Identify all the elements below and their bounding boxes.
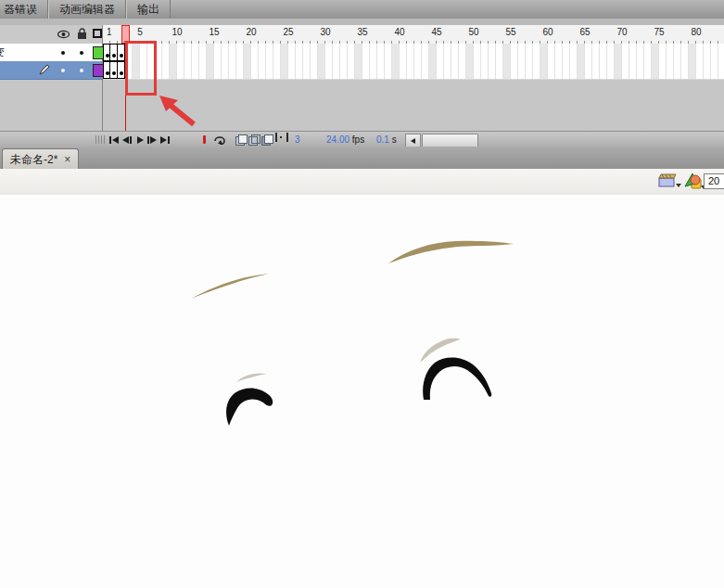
zoom-level-input[interactable]: 20 [704, 173, 724, 189]
frame-cell[interactable] [511, 61, 518, 79]
layer-name[interactable]: 变 [0, 45, 5, 59]
frame-cell[interactable] [444, 61, 451, 79]
frame-cell[interactable] [236, 44, 244, 61]
frame-cell[interactable] [629, 44, 637, 61]
frame-cell[interactable] [466, 61, 474, 79]
frame-cell[interactable] [244, 61, 251, 79]
frame-cell[interactable] [222, 44, 229, 61]
frame-cell[interactable] [325, 44, 333, 61]
frame-cell[interactable] [392, 61, 400, 79]
frame-cell[interactable] [251, 61, 259, 79]
frame-cell[interactable] [370, 44, 377, 61]
frame-cell[interactable] [659, 61, 667, 79]
frame-cell[interactable] [281, 61, 288, 79]
frame-cell[interactable] [340, 44, 348, 61]
frame-cell[interactable] [266, 44, 273, 61]
frame-cell[interactable] [318, 44, 325, 61]
frame-cell[interactable] [459, 61, 466, 79]
frame-cell[interactable] [592, 61, 600, 79]
frame-cell[interactable] [303, 44, 311, 61]
frame-cell[interactable] [533, 61, 540, 79]
frame-rate-value[interactable]: 24.00 [326, 134, 349, 145]
loop-playback-button[interactable] [212, 134, 227, 146]
frame-cell[interactable] [548, 44, 555, 61]
frame-cell[interactable] [481, 44, 489, 61]
frame-cell[interactable] [511, 44, 518, 61]
frame-cell[interactable] [288, 61, 296, 79]
lock-all-layers-icon[interactable] [77, 28, 87, 40]
layer-row[interactable] [0, 61, 102, 80]
frame-cell[interactable] [481, 61, 489, 79]
frame-cell[interactable] [563, 44, 570, 61]
step-back-button[interactable] [121, 134, 133, 146]
play-button[interactable] [134, 134, 146, 146]
frame-cell[interactable] [600, 44, 607, 61]
frame-cell[interactable] [259, 44, 266, 61]
onion-skin-button[interactable] [235, 134, 246, 145]
elapsed-time-value[interactable]: 0.1 [376, 134, 389, 145]
frame-cell[interactable] [496, 44, 503, 61]
frame-cell[interactable] [348, 44, 355, 61]
frame-cell[interactable] [518, 61, 526, 79]
left-eyebrow-shape[interactable] [191, 274, 269, 299]
timeline-scrollbar-thumb[interactable] [422, 134, 478, 147]
edit-multiple-frames-button[interactable] [261, 134, 272, 145]
frame-cell[interactable] [184, 61, 192, 79]
frame-cell[interactable] [578, 61, 585, 79]
frame-cell[interactable] [244, 44, 251, 61]
frame-cell[interactable] [474, 44, 481, 61]
frame-cell[interactable] [659, 44, 667, 61]
frame-cell[interactable] [637, 44, 644, 61]
layer-lock-dot[interactable] [80, 51, 83, 55]
frame-cell[interactable] [540, 44, 548, 61]
frame-cell[interactable] [184, 44, 192, 61]
frame-cell[interactable] [689, 44, 696, 61]
frame-cell[interactable] [273, 44, 281, 61]
frame-cell[interactable] [459, 44, 466, 61]
stage-canvas[interactable] [0, 195, 724, 588]
frame-cell[interactable] [489, 61, 496, 79]
keyframe-cell[interactable] [118, 61, 125, 79]
frame-cell[interactable] [407, 44, 414, 61]
frame-cell[interactable] [667, 61, 674, 79]
frame-cell[interactable] [288, 44, 296, 61]
onion-skin-outlines-button[interactable] [248, 134, 259, 145]
current-frame-field[interactable]: 3 [295, 134, 300, 145]
frame-cell[interactable] [199, 44, 207, 61]
layer-lock-dot[interactable] [80, 69, 83, 72]
left-eyelid-crease-shape[interactable] [236, 373, 267, 382]
frame-cell[interactable] [422, 61, 429, 79]
outline-all-layers-icon[interactable] [93, 29, 102, 38]
frame-cell[interactable] [585, 61, 592, 79]
frame-cell[interactable] [400, 61, 407, 79]
elapsed-time-field[interactable]: 0.1 s [376, 134, 397, 145]
frame-cell[interactable] [429, 44, 437, 61]
edit-scene-caret-icon[interactable] [676, 184, 681, 187]
frame-cell[interactable] [229, 44, 236, 61]
frame-cell[interactable] [177, 61, 184, 79]
keyframe-cell[interactable] [118, 44, 125, 61]
frame-cell[interactable] [622, 61, 629, 79]
keyframe-cell[interactable] [103, 44, 110, 61]
keyframe-cell[interactable] [110, 44, 118, 61]
frame-cell[interactable] [355, 61, 362, 79]
frame-cell[interactable] [422, 44, 429, 61]
frame-cell[interactable] [437, 61, 444, 79]
frame-cell[interactable] [466, 44, 474, 61]
frame-cell[interactable] [451, 44, 459, 61]
drag-grip-icon[interactable] [95, 135, 105, 144]
frame-cell[interactable] [362, 44, 370, 61]
frame-cell[interactable] [674, 44, 681, 61]
frame-cell[interactable] [637, 61, 644, 79]
frame-cell[interactable] [340, 61, 348, 79]
frame-cell[interactable] [451, 61, 459, 79]
frame-cell[interactable] [496, 61, 503, 79]
frame-cell[interactable] [444, 44, 451, 61]
frame-cell[interactable] [414, 61, 422, 79]
frame-cell[interactable] [489, 44, 496, 61]
frame-cell[interactable] [681, 61, 689, 79]
keyframe-cell[interactable] [110, 61, 118, 79]
frame-cell[interactable] [592, 44, 600, 61]
frame-cell[interactable] [281, 44, 288, 61]
frame-cell[interactable] [629, 61, 637, 79]
